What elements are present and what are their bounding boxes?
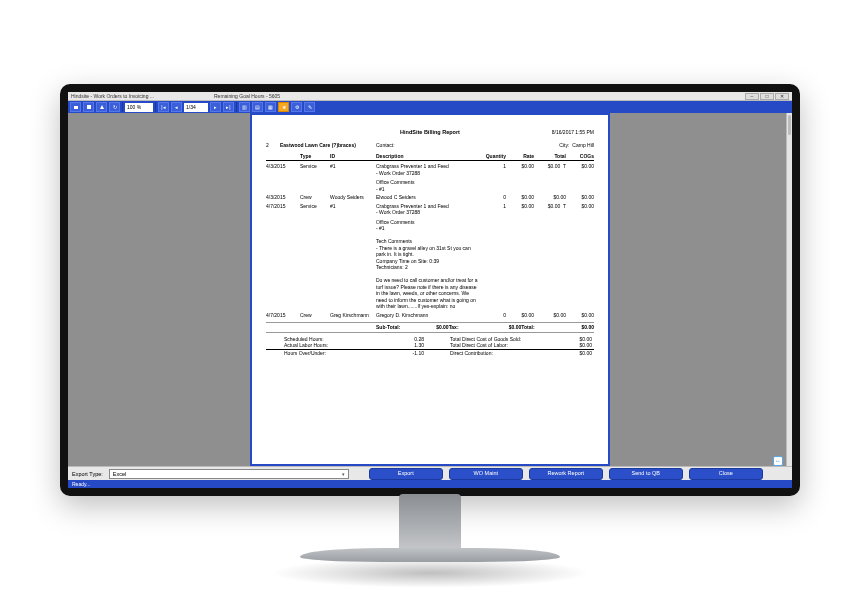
subtotal-label: Sub-Total: xyxy=(376,324,412,331)
goal-hours-label: Remaining Goal Hours - 5605 xyxy=(214,93,280,99)
customer-name: Eastwood Lawn Care (?)braces) xyxy=(280,142,376,149)
actual-hours-value: 1.30 xyxy=(414,342,424,349)
customer-number: 2 xyxy=(266,142,280,149)
last-page-icon[interactable]: ▸| xyxy=(223,102,234,112)
save-icon[interactable] xyxy=(83,102,94,112)
summary-section: Scheduled Hours:0.28 Actual Labor Hours:… xyxy=(266,336,594,357)
tax-label: Tax: xyxy=(449,324,485,331)
col-desc: Description xyxy=(376,153,480,160)
col-rate: Rate xyxy=(506,153,534,160)
page-field[interactable]: 1/34 xyxy=(184,103,208,112)
layout3-icon[interactable]: ▦ xyxy=(265,102,276,112)
close-window-button[interactable]: ✕ xyxy=(775,93,789,100)
app-screen: Hindsite - Work Orders to Invoicing ... … xyxy=(68,92,792,488)
total-value: $0.00 xyxy=(558,324,594,331)
total-label: Total: xyxy=(521,324,557,331)
report-print-date: 8/16/2017 1:55 PM xyxy=(552,129,594,136)
over-under-value: -1.10 xyxy=(413,350,424,357)
col-total: Total xyxy=(534,153,566,160)
export-type-value: Excel xyxy=(113,471,126,477)
footer-bar: Export Type: Excel ▾ Export WO Maint Rew… xyxy=(68,466,792,480)
quickconnect-icon[interactable]: ↔ xyxy=(773,456,783,466)
export-button[interactable]: Export xyxy=(369,468,443,480)
status-bar: Ready... xyxy=(68,480,792,488)
table-row: 4/3/2015Service#1Crabgrass Preventer 1 a… xyxy=(266,163,594,192)
vertical-scrollbar[interactable] xyxy=(786,113,792,466)
maximize-button[interactable]: □ xyxy=(760,93,774,100)
tax-value: $0.00 xyxy=(485,324,521,331)
layout-icon[interactable]: ▥ xyxy=(239,102,250,112)
city-value: Camp Hill xyxy=(572,142,594,149)
subtotal-value: $0.00 xyxy=(412,324,448,331)
table-row: 4/7/2015CrewGreg KirschmannGregory D. Ki… xyxy=(266,312,594,319)
report-title: HindSite Billing Report xyxy=(266,129,594,136)
svg-rect-0 xyxy=(74,106,78,109)
contact-label: Contact: xyxy=(376,142,426,149)
toolbar-divider xyxy=(122,102,123,112)
wo-maint-button[interactable]: WO Maint xyxy=(449,468,523,480)
export-type-label: Export Type: xyxy=(72,471,103,477)
contribution-label: Direct Contribution: xyxy=(450,350,493,357)
tool-icon[interactable]: ⚙ xyxy=(291,102,302,112)
col-type: Type xyxy=(300,153,330,160)
labor-cost-value: $0.00 xyxy=(579,342,592,349)
city-label: City: xyxy=(547,142,569,149)
print-icon[interactable] xyxy=(70,102,81,112)
status-text: Ready... xyxy=(72,481,90,487)
col-date xyxy=(266,153,300,160)
column-headers: Type ID Description Quantity Rate Total … xyxy=(266,153,594,162)
refresh-icon[interactable]: ↻ xyxy=(109,102,120,112)
report-page: 8/16/2017 1:55 PM HindSite Billing Repor… xyxy=(250,113,610,466)
table-row: 4/3/2015CrewWoody SeidersElwood C Seider… xyxy=(266,194,594,201)
layout2-icon[interactable]: ▤ xyxy=(252,102,263,112)
minimize-button[interactable]: – xyxy=(745,93,759,100)
report-viewport: 8/16/2017 1:55 PM HindSite Billing Repor… xyxy=(68,113,792,466)
subtotal-row: Sub-Total: $0.00 Tax: $0.00 Total: $0.00 xyxy=(266,322,594,333)
contribution-value: $0.00 xyxy=(579,350,592,357)
labor-cost-label: Total Direct Cost of Labor: xyxy=(450,342,508,349)
col-qty: Quantity xyxy=(480,153,506,160)
customer-header: 2 Eastwood Lawn Care (?)braces) Contact:… xyxy=(266,142,594,149)
highlight-icon[interactable]: ★ xyxy=(278,102,289,112)
send-to-qb-button[interactable]: Send to QB xyxy=(609,468,683,480)
col-id: ID xyxy=(330,153,376,160)
toolbar-divider xyxy=(236,102,237,112)
scroll-thumb[interactable] xyxy=(788,115,791,135)
table-row: 4/7/2015Service#1Crabgrass Preventer 1 a… xyxy=(266,203,594,310)
over-under-label: Hours Over/Under: xyxy=(284,350,326,357)
tool2-icon[interactable]: ✎ xyxy=(304,102,315,112)
export-icon[interactable] xyxy=(96,102,107,112)
next-page-icon[interactable]: ▸ xyxy=(210,102,221,112)
report-toolbar: ↻ 100 % |◂ ◂ 1/34 ▸ ▸| ▥ ▤ ▦ ★ ⚙ ✎ xyxy=(68,101,792,113)
rework-report-button[interactable]: Rework Report xyxy=(529,468,603,480)
toolbar-divider xyxy=(155,102,156,112)
zoom-field[interactable]: 100 % xyxy=(125,103,153,112)
close-button[interactable]: Close xyxy=(689,468,763,480)
col-cogs: COGs xyxy=(566,153,594,160)
window-titlebar: Hindsite - Work Orders to Invoicing ... … xyxy=(68,92,792,101)
actual-hours-label: Actual Labor Hours: xyxy=(284,342,328,349)
window-title: Hindsite - Work Orders to Invoicing ... xyxy=(71,93,154,99)
prev-page-icon[interactable]: ◂ xyxy=(171,102,182,112)
svg-rect-1 xyxy=(87,105,91,109)
export-type-select[interactable]: Excel ▾ xyxy=(109,469,349,479)
chevron-down-icon: ▾ xyxy=(342,471,345,477)
first-page-icon[interactable]: |◂ xyxy=(158,102,169,112)
